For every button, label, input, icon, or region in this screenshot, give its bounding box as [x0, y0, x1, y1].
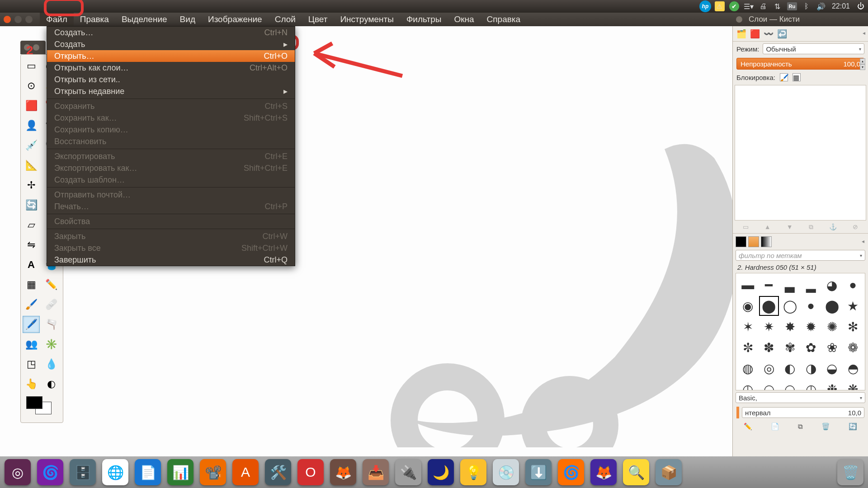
layer-anchor-icon[interactable]: ⚓	[829, 223, 837, 230]
brush-grid[interactable]: ▬━▃▂◕● ◉⬤◯●⬤★ ✶✷✸✹✺✻ ✼✽✾✿❀❁ ◍◎◐◑◒◓ ◴◵◶◷❉…	[736, 273, 865, 390]
tool-smudge[interactable]: 👆	[23, 375, 40, 393]
panel-close-icon[interactable]	[736, 16, 742, 23]
update-ok-icon[interactable]: ✔	[728, 0, 740, 12]
dock-writer[interactable]: 📄	[135, 459, 161, 485]
brush-refresh-icon[interactable]: 🔄	[849, 422, 857, 431]
layer-new-icon[interactable]: ▭	[743, 223, 749, 230]
tool-free-select[interactable]: ⊙	[23, 77, 40, 94]
tool-airbrush[interactable]: 🖊️	[23, 316, 40, 333]
menu-create[interactable]: Создать…Ctrl+N	[47, 27, 295, 38]
lock-pixels-checkbox[interactable]: 🖌️	[780, 73, 788, 81]
menu-quit[interactable]: ЗавершитьCtrl+Q	[47, 254, 295, 266]
tool-rect-select[interactable]: ▭	[23, 57, 40, 75]
tool-color-select[interactable]: 🟥	[23, 97, 40, 114]
tab-brushes-icon[interactable]	[736, 236, 746, 247]
menu-icon[interactable]: ☰▾	[743, 0, 755, 12]
brush-delete-icon[interactable]: 🗑️	[821, 422, 830, 431]
window-close-button[interactable]	[4, 16, 11, 23]
tool-color-picker[interactable]: 💉	[23, 137, 40, 154]
opacity-slider[interactable]: Непрозрачность100,0 ▴▾	[736, 58, 864, 70]
tab-gradients-icon[interactable]	[761, 236, 772, 247]
menu-select[interactable]: Выделение	[115, 13, 174, 26]
menu-image[interactable]: Изображение	[202, 13, 269, 26]
menu-open-as-layers[interactable]: Открыть как слои…Ctrl+Alt+O	[47, 62, 295, 74]
brush-duplicate-icon[interactable]: ⧉	[798, 422, 803, 431]
tool-rotate[interactable]: 🔄	[23, 197, 40, 214]
menu-filters[interactable]: Фильтры	[400, 13, 448, 26]
tool-blur[interactable]: 💧	[42, 356, 60, 373]
brush-tab-menu-icon[interactable]: ◂	[862, 238, 864, 244]
brush-set-select[interactable]: Basic,▾	[736, 392, 865, 403]
dock-files[interactable]: 🗄️	[70, 459, 96, 485]
tool-dodge[interactable]: ◐	[42, 375, 60, 393]
brush-edit-icon[interactable]: ✏️	[744, 422, 752, 431]
tool-clone[interactable]: 👥	[23, 336, 40, 353]
tool-eraser[interactable]: 🩹	[42, 296, 60, 313]
network-icon[interactable]: ⇅	[772, 0, 783, 12]
dock-search[interactable]: 🔍	[623, 459, 649, 485]
tab-layers-icon[interactable]: 🗂️	[736, 28, 747, 40]
layer-up-icon[interactable]: ▲	[764, 223, 771, 230]
dock-impress[interactable]: 📽️	[200, 459, 226, 485]
menu-layer[interactable]: Слой	[269, 13, 302, 26]
tool-shear[interactable]: ▱	[23, 216, 40, 234]
tab-channels-icon[interactable]: 🟥	[749, 28, 761, 40]
dock-tor[interactable]: 🌀	[37, 459, 63, 485]
tool-text[interactable]: A	[23, 256, 40, 273]
dock-ubuntu[interactable]: ◎	[5, 459, 31, 485]
dock-usb[interactable]: 🔌	[395, 459, 421, 485]
dock-download[interactable]: 📥	[363, 459, 389, 485]
layer-delete-icon[interactable]: ⊘	[853, 223, 858, 230]
tab-patterns-icon[interactable]	[748, 236, 759, 247]
menu-tools[interactable]: Инструменты	[334, 13, 400, 26]
layer-duplicate-icon[interactable]: ⧉	[809, 223, 813, 231]
tool-blend[interactable]: ▦	[23, 276, 40, 293]
dock-blender[interactable]: 🌀	[558, 459, 584, 485]
tool-ink[interactable]: 🫗	[42, 316, 60, 333]
power-icon[interactable]: ⏻	[855, 0, 867, 12]
brush-new-icon[interactable]: 📄	[771, 422, 779, 431]
dock-stellarium[interactable]: 🌙	[428, 459, 454, 485]
tool-paintbrush[interactable]: 🖌️	[23, 296, 40, 313]
tool-align[interactable]: ✢	[23, 177, 40, 194]
menu-help[interactable]: Справка	[481, 13, 527, 26]
dock-app[interactable]: 📦	[656, 459, 682, 485]
dock-chrome[interactable]: 🌐	[102, 459, 128, 485]
window-maximize-button[interactable]	[25, 16, 33, 23]
menu-open-recent[interactable]: Открыть недавние▸	[47, 85, 295, 97]
clock[interactable]: 22:01	[832, 2, 850, 10]
menu-view[interactable]: Вид	[174, 13, 202, 26]
tool-foreground[interactable]: 👤	[23, 117, 40, 134]
layer-down-icon[interactable]: ▼	[787, 223, 793, 230]
menu-colors[interactable]: Цвет	[302, 13, 334, 26]
menu-open[interactable]: Открыть…Ctrl+O	[47, 50, 295, 62]
dock-bulb[interactable]: 💡	[460, 459, 486, 485]
tab-menu-icon[interactable]: ◂	[863, 30, 865, 36]
print-icon[interactable]: 🖨	[757, 0, 769, 12]
dock-calc[interactable]: 📊	[167, 459, 193, 485]
warning-icon[interactable]: ⚠	[714, 0, 726, 12]
bluetooth-icon[interactable]: ᛒ	[801, 0, 812, 12]
tool-heal[interactable]: ✳️	[42, 336, 60, 353]
tool-flip[interactable]: ⇋	[23, 236, 40, 253]
interval-input[interactable]: нтервал10,0	[742, 407, 864, 418]
dock-settings[interactable]: 🛠️	[265, 459, 291, 485]
layers-list[interactable]	[735, 85, 866, 221]
dock-firefox[interactable]: 🦊	[590, 459, 617, 485]
dock-software[interactable]: A	[232, 459, 259, 485]
dock-disc[interactable]: 💿	[493, 459, 519, 485]
tool-pencil[interactable]: ✏️	[42, 276, 60, 293]
dock-installer[interactable]: ⬇️	[525, 459, 552, 485]
dock-gimp[interactable]: 🦊	[330, 459, 356, 485]
tab-undo-icon[interactable]: ↩️	[776, 28, 788, 40]
window-minimize-button[interactable]	[14, 16, 22, 23]
tool-perspective-clone[interactable]: ◳	[23, 356, 40, 373]
dock-trash[interactable]: 🗑️	[837, 459, 863, 485]
keyboard-layout-icon[interactable]: Ru	[786, 0, 798, 12]
tool-measure[interactable]: 📐	[23, 157, 40, 174]
tab-paths-icon[interactable]: 〰️	[763, 28, 774, 40]
volume-icon[interactable]: 🔊	[815, 0, 827, 12]
menu-create-submenu[interactable]: Создать▸	[47, 38, 295, 50]
menu-windows[interactable]: Окна	[448, 13, 480, 26]
menu-open-location[interactable]: Открыть из сети..	[47, 74, 295, 85]
